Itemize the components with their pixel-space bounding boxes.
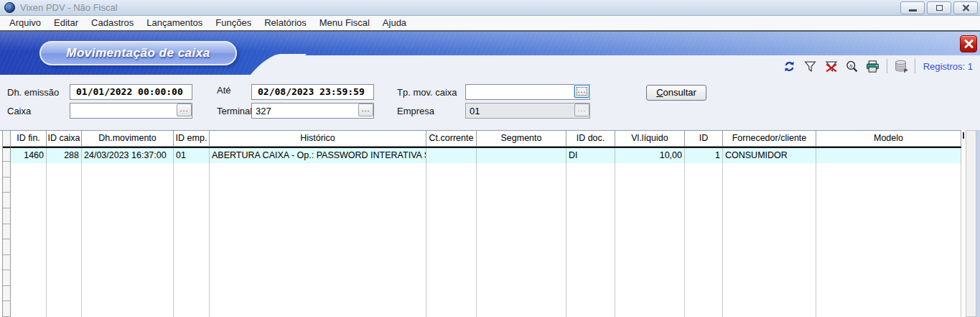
- database-icon: P: [894, 60, 907, 73]
- indicator-header-cell: [3, 131, 11, 147]
- cell-segmento[interactable]: [477, 148, 566, 163]
- menu-funcoes[interactable]: Funções: [209, 16, 258, 30]
- svg-text:P: P: [904, 67, 907, 73]
- terminal-label: Terminal: [217, 106, 252, 116]
- col-header-segmento[interactable]: Segmento: [477, 131, 566, 146]
- filter-panel: Dh. emissão 01/01/2022 00:00:00 Até 02/0…: [0, 75, 980, 130]
- close-screen-icon: [964, 40, 974, 48]
- col-header-fornecedor-cliente[interactable]: Fornecedor/cliente: [723, 131, 816, 146]
- menu-relatorios[interactable]: Relatórios: [258, 16, 313, 30]
- screen-title: Movimentação de caixa: [66, 46, 210, 60]
- indicator-cell[interactable]: [3, 147, 11, 162]
- cell-modelo[interactable]: [816, 148, 961, 163]
- print-button[interactable]: [866, 60, 880, 73]
- menu-lancamentos[interactable]: Lançamentos: [140, 16, 209, 30]
- empresa-label: Empresa: [397, 106, 434, 116]
- cell-fornecedor-cliente[interactable]: CONSUMIDOR: [723, 148, 816, 163]
- records-count-label: Registros: 1: [922, 61, 976, 72]
- ate-field[interactable]: 02/08/2023 23:59:59: [251, 84, 374, 100]
- indicator-cell[interactable]: [3, 208, 11, 224]
- indicator-cell[interactable]: [3, 162, 11, 178]
- restore-button[interactable]: [927, 1, 951, 14]
- col-header-vl-liquido[interactable]: Vl.líquido: [615, 131, 685, 146]
- toolbar-separator: [915, 59, 915, 73]
- grid-header-row: ID fin. ID caixa Dh.movimento ID emp. Hi…: [11, 131, 961, 147]
- menu-arquivo[interactable]: Arquivo: [3, 16, 47, 30]
- table-row-selected[interactable]: 1460 288 24/03/2023 16:37:00 01 ABERTURA…: [11, 147, 961, 163]
- menu-cadastros[interactable]: Cadastros: [85, 16, 140, 30]
- tp-mov-caixa-lookup-button[interactable]: ...: [574, 85, 589, 98]
- cell-dh-movimento[interactable]: 24/03/2023 16:37:00: [82, 148, 174, 163]
- indicator-cell[interactable]: [3, 270, 11, 286]
- cell-id-emp[interactable]: 01: [174, 148, 210, 163]
- grid-empty-area: [11, 163, 961, 317]
- col-header-id-fin[interactable]: ID fin.: [11, 131, 47, 146]
- refresh-button[interactable]: [783, 60, 797, 73]
- app-icon: [4, 2, 15, 13]
- empresa-fieldwrap: ...: [465, 103, 590, 119]
- menu-ajuda[interactable]: Ajuda: [376, 16, 413, 30]
- search-button[interactable]: n: [845, 60, 859, 73]
- restore-icon: [936, 5, 943, 11]
- database-button[interactable]: P: [894, 60, 908, 73]
- indicator-cell[interactable]: [3, 286, 11, 302]
- indicator-cell[interactable]: [3, 224, 11, 240]
- col-header-id-emp[interactable]: ID emp.: [174, 131, 210, 146]
- print-icon: [866, 60, 879, 73]
- indicator-cell[interactable]: [3, 301, 11, 317]
- col-header-dh-movimento[interactable]: Dh.movimento: [82, 131, 174, 146]
- caixa-input[interactable]: [70, 103, 192, 119]
- col-header-id-doc[interactable]: ID doc.: [566, 131, 615, 146]
- cell-historico[interactable]: ABERTURA CAIXA - Op.: PASSWORD INTERATIV…: [210, 148, 426, 163]
- terminal-input[interactable]: [251, 103, 374, 119]
- col-header-historico[interactable]: Histórico: [210, 131, 426, 146]
- data-grid: ID fin. ID caixa Dh.movimento ID emp. Hi…: [0, 130, 961, 317]
- grid-toolbar: n P Registros: 1: [783, 58, 976, 75]
- grid-indicator-column: [2, 131, 11, 317]
- empresa-input: [465, 103, 590, 119]
- close-screen-button[interactable]: [960, 35, 977, 52]
- col-header-ct-corrente[interactable]: Ct.corrente: [426, 131, 477, 146]
- dh-emissao-label: Dh. emissão: [7, 87, 59, 98]
- caixa-lookup-button[interactable]: ...: [177, 104, 192, 116]
- tp-mov-caixa-input[interactable]: [465, 84, 590, 100]
- menu-editar[interactable]: Editar: [47, 16, 85, 30]
- toolbar-separator: [887, 59, 887, 73]
- cell-id-doc[interactable]: DI: [566, 148, 615, 163]
- filter-button[interactable]: [803, 60, 818, 73]
- window-right-border: [976, 130, 980, 317]
- close-icon: [962, 4, 970, 12]
- indicator-cell[interactable]: [3, 239, 11, 255]
- tp-mov-caixa-fieldwrap: ...: [465, 84, 590, 100]
- tp-mov-caixa-label: Tp. mov. caixa: [397, 87, 457, 98]
- clear-filter-icon: [825, 60, 838, 73]
- clear-filter-button[interactable]: [824, 60, 839, 73]
- indicator-cell[interactable]: [3, 178, 11, 193]
- cell-id-fin[interactable]: 1460: [11, 148, 47, 163]
- cell-id-caixa[interactable]: 288: [47, 148, 82, 163]
- minimize-button[interactable]: [900, 1, 925, 14]
- col-header-id-caixa[interactable]: ID caixa: [47, 131, 82, 146]
- indicator-cell[interactable]: [3, 193, 11, 208]
- terminal-lookup-button[interactable]: ...: [358, 104, 373, 116]
- clipped-column-fragment: [963, 132, 964, 139]
- menu-bar: Arquivo Editar Cadastros Lançamentos Fun…: [0, 16, 980, 30]
- indicator-cell[interactable]: [3, 255, 11, 271]
- cell-vl-liquido[interactable]: 10,00: [615, 148, 685, 163]
- dh-emissao-field[interactable]: 01/01/2022 00:00:00: [70, 84, 192, 100]
- search-icon: n: [846, 60, 858, 73]
- cell-ct-corrente[interactable]: [426, 148, 477, 163]
- ate-label: Até: [217, 85, 231, 96]
- consultar-button[interactable]: Consultar: [646, 85, 706, 101]
- menu-menu-fiscal[interactable]: Menu Fiscal: [313, 16, 376, 30]
- cell-id[interactable]: 1: [685, 148, 723, 163]
- vertical-scrollbar[interactable]: [966, 130, 976, 317]
- title-bar: Vixen PDV - Não Fiscal: [0, 0, 980, 16]
- empresa-lookup-button: ...: [574, 104, 589, 116]
- caixa-fieldwrap: ...: [70, 103, 192, 119]
- refresh-icon: [783, 60, 795, 73]
- col-header-id[interactable]: ID: [685, 131, 723, 146]
- window-controls: [900, 1, 978, 14]
- close-button[interactable]: [953, 1, 978, 14]
- col-header-modelo[interactable]: Modelo: [816, 131, 961, 146]
